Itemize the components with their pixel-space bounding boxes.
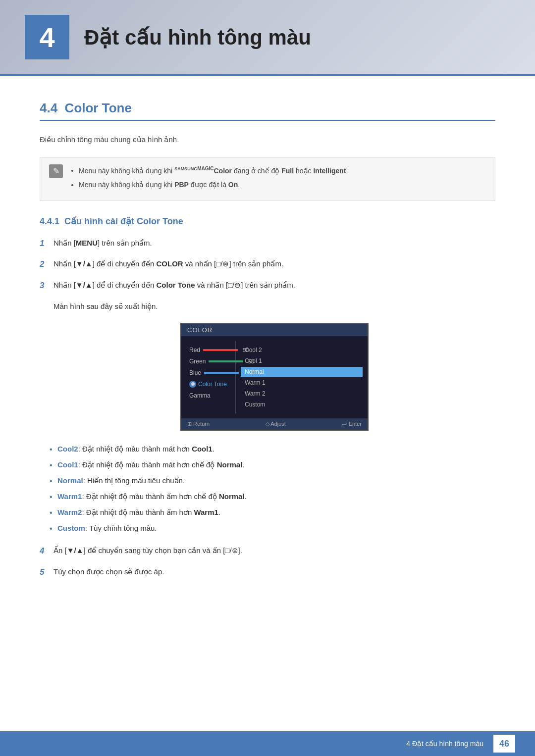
note-box: ✎ Menu này không khả dụng khi SAMSUNGMAG… [40,157,495,201]
note-icon: ✎ [49,164,63,178]
screen-menu-left: Red 50 Green 50 [181,341,236,413]
screen-body: Red 50 Green 50 [181,336,368,418]
chapter-title: Đặt cấu hình tông màu [84,25,311,50]
screen-title: COLOR [181,324,368,336]
svg-point-0 [191,382,195,386]
option-cool1: Cool 1 [241,356,363,366]
menu-red: Red 50 [186,345,230,355]
menu-green: Green 50 [186,356,230,366]
step-1: 1 Nhấn [MENU] trên sản phẩm. [40,237,495,251]
note-item-1: Menu này không khả dụng khi SAMSUNGMAGIC… [79,164,348,177]
step-5: 5 Tùy chọn được chọn sẽ được áp. [40,565,495,580]
footer-adjust: ◇ Adjust [266,421,286,427]
chapter-number: 4 [25,15,69,59]
footer-return: ⊞ Return [187,421,210,427]
screen-dropdown: Cool 2 Cool 1 Normal Warm 1 Warm 2 Custo… [236,341,368,413]
option-cool1-desc: Cool1: Đặt nhiệt độ màu thành mát hơn ch… [50,459,495,471]
options-list: Cool2: Đặt nhiệt độ màu thành mát hơn Co… [40,443,495,534]
option-normal-desc: Normal: Hiển thị tông màu tiêu chuẩn. [50,475,495,487]
option-cool2-desc: Cool2: Đặt nhiệt độ màu thành mát hơn Co… [50,443,495,455]
footer-enter: ⮐ Enter [342,421,362,427]
steps-list-2: 4 Ấn [▼/▲] để chuyển sang tùy chọn bạn c… [40,544,495,580]
option-custom: Custom [241,400,363,409]
subsection-heading: 4.4.1 Cấu hình cài đặt Color Tone [40,216,495,227]
option-normal: Normal [241,367,363,377]
option-cool2: Cool 2 [241,345,363,355]
chapter-header: 4 Đặt cấu hình tông màu [0,0,535,76]
menu-blue: Blue 50 [186,368,230,378]
step-3: 3 Nhấn [▼/▲] để di chuyển đến Color Tone… [40,279,495,293]
step-2: 2 Nhấn [▼/▲] để di chuyển đến COLOR và n… [40,257,495,272]
screen-footer: ⊞ Return ◇ Adjust ⮐ Enter [181,418,368,430]
footer-chapter-ref: 4 Đặt cấu hình tông màu [406,740,483,748]
steps-list: 1 Nhấn [MENU] trên sản phẩm. 2 Nhấn [▼/▲… [40,237,495,294]
step-3-sub: Màn hình sau đây sẽ xuất hiện. [54,300,495,313]
option-warm2-desc: Warm2: Đặt nhiệt độ màu thành ấm hơn War… [50,506,495,518]
section-heading: 4.4 Color Tone [40,101,495,121]
option-warm1-desc: Warm1: Đặt nhiệt độ màu thành ấm hơn chế… [50,491,495,503]
screen-image: COLOR Red 50 Green [180,323,369,431]
main-content: 4.4 Color Tone Điều chỉnh tông màu chung… [0,96,535,626]
option-warm2: Warm 2 [241,389,363,399]
step-4: 4 Ấn [▼/▲] để chuyển sang tùy chọn bạn c… [40,544,495,558]
note-item-2: Menu này không khả dụng khi PBP được đặt… [79,179,348,191]
screen-container: COLOR Red 50 Green [54,323,495,431]
footer-page-number: 46 [493,735,515,753]
page-footer: 4 Đặt cấu hình tông màu 46 [0,731,535,756]
note-content: Menu này không khả dụng khi SAMSUNGMAGIC… [70,164,348,194]
section-description: Điều chỉnh tông màu chung của hình ảnh. [40,133,495,146]
menu-gamma: Gamma [186,391,230,401]
option-warm1: Warm 1 [241,378,363,388]
menu-color-tone: Color Tone [186,379,230,389]
option-custom-desc: Custom: Tùy chỉnh tông màu. [50,522,495,534]
